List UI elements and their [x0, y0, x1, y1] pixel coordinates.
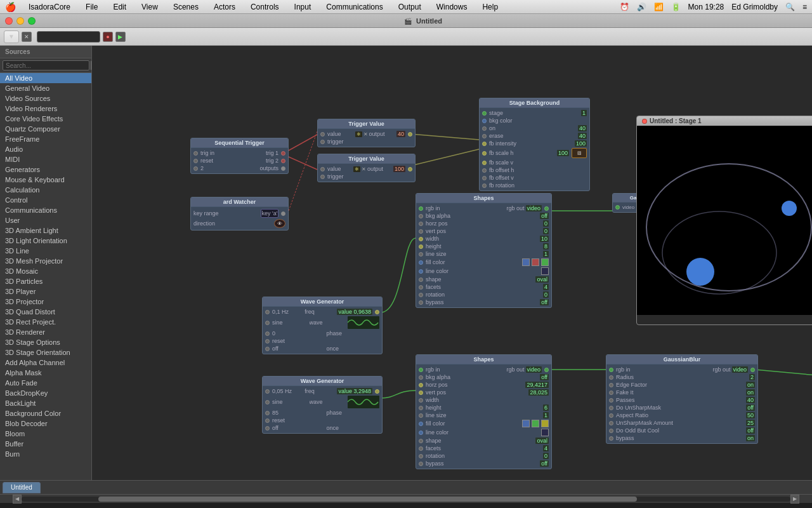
sidebar-item-burn[interactable]: Burn [0, 449, 91, 459]
port-in[interactable] [419, 391, 423, 395]
sidebar-item-3d-renderer[interactable]: 3D Renderer [0, 327, 91, 337]
search-icon[interactable]: 🔍 [785, 3, 795, 11]
port-in[interactable] [419, 277, 423, 282]
sidebar-item-3d-line[interactable]: 3D Line [0, 246, 91, 256]
tab-untitled[interactable]: Untitled [3, 482, 41, 493]
port-in[interactable] [419, 368, 423, 372]
menu-file[interactable]: File [83, 3, 100, 11]
port-in[interactable] [193, 159, 198, 163]
port-in[interactable] [609, 429, 613, 433]
port-in[interactable] [419, 269, 423, 274]
port-in[interactable] [609, 383, 613, 387]
menu-input[interactable]: Input [292, 3, 314, 11]
port-in[interactable] [482, 111, 487, 116]
port-in[interactable] [419, 293, 423, 297]
canvas-area[interactable]: Stage Background stage 1 bkg color on 40 [92, 46, 812, 480]
sidebar-item-3d-stage-options[interactable]: 3D Stage Options [0, 337, 91, 347]
port-in[interactable] [419, 206, 423, 211]
node-kbd-watcher[interactable]: ard Watcher key range key 'a' direction … [190, 197, 289, 231]
menu-communications[interactable]: Communications [324, 3, 385, 11]
node-wave-gen-2[interactable]: Wave Generator 0,05 Hz freq value 3,2948… [262, 376, 383, 434]
node-wave-gen-1[interactable]: Wave Generator 0,1 Hz freq value 0,9638 … [262, 297, 383, 354]
sidebar-item-midi[interactable]: MIDI [0, 154, 91, 164]
port-in[interactable] [265, 331, 270, 336]
port-in[interactable] [482, 176, 487, 180]
port-out[interactable] [544, 206, 549, 211]
port-in[interactable] [482, 142, 487, 146]
port-in[interactable] [265, 347, 270, 351]
port-in[interactable] [320, 132, 325, 137]
port-out[interactable] [281, 151, 285, 156]
port-out[interactable] [281, 166, 285, 171]
menu-scenes[interactable]: Scenes [171, 3, 201, 11]
port-in[interactable] [419, 222, 423, 226]
port-in[interactable] [265, 400, 270, 404]
port-in[interactable] [615, 205, 620, 210]
menu-actors[interactable]: Actors [211, 3, 238, 11]
port-out[interactable] [281, 159, 285, 163]
menu-app[interactable]: IsadoraCore [26, 3, 73, 11]
sidebar-item-3d-quad-distort[interactable]: 3D Quad Distort [0, 307, 91, 317]
port-in[interactable] [265, 310, 270, 314]
port-in[interactable] [609, 436, 613, 441]
port-in[interactable] [482, 119, 487, 123]
port-in[interactable] [609, 375, 613, 380]
port-in[interactable] [419, 446, 423, 451]
sidebar-item-3d-mosaic[interactable]: 3D Mosaic [0, 266, 91, 276]
port-in[interactable] [419, 252, 423, 257]
sidebar-item-3d-rect-project.[interactable]: 3D Rect Project. [0, 317, 91, 327]
sidebar-item-audio[interactable]: Audio [0, 144, 91, 154]
menu-windows[interactable]: Windows [434, 3, 470, 11]
sidebar-item-3d-player[interactable]: 3D Player [0, 286, 91, 297]
port-in[interactable] [609, 406, 613, 410]
stage-close-button[interactable] [642, 119, 647, 124]
sidebar-item-blob-decoder[interactable]: Blob Decoder [0, 418, 91, 429]
menu-controls[interactable]: Controls [248, 3, 282, 11]
port-in[interactable] [265, 418, 270, 423]
port-in[interactable] [419, 439, 423, 443]
volume-icon[interactable]: 🔊 [637, 3, 646, 11]
sidebar-item-calculation[interactable]: Calculation [0, 185, 91, 195]
sidebar-item-all-video[interactable]: All Video [0, 73, 91, 83]
port-in[interactable] [320, 167, 325, 171]
sidebar-item-3d-mesh-projector[interactable]: 3D Mesh Projector [0, 256, 91, 266]
port-in[interactable] [419, 406, 423, 410]
sidebar-item-video-renderers[interactable]: Video Renderers [0, 104, 91, 114]
menu-help[interactable]: Help [480, 3, 501, 11]
record-button[interactable]: ● [103, 32, 113, 42]
port-out[interactable] [544, 368, 549, 372]
apple-menu[interactable]: 🍎 [5, 2, 16, 12]
minimize-button[interactable] [16, 17, 24, 25]
port-in[interactable] [265, 389, 270, 394]
port-in[interactable] [419, 398, 423, 403]
port-in[interactable] [419, 454, 423, 458]
port-in[interactable] [193, 151, 198, 156]
port-in[interactable] [609, 368, 613, 372]
maximize-button[interactable] [28, 17, 36, 25]
sidebar-item-communications[interactable]: Communications [0, 205, 91, 215]
node-shapes-2[interactable]: Shapes rgb in rgb out video bkg alpha of… [416, 354, 552, 469]
port-out[interactable] [750, 368, 755, 372]
port-in[interactable] [482, 134, 487, 138]
port-in[interactable] [482, 126, 487, 131]
port-in[interactable] [419, 462, 423, 466]
port-out[interactable] [408, 167, 412, 171]
sidebar-item-auto-fade[interactable]: Auto Fade [0, 378, 91, 388]
port-in[interactable] [419, 431, 423, 435]
port-in[interactable] [482, 184, 487, 188]
sidebar-item-quartz-composer[interactable]: Quartz Composer [0, 124, 91, 134]
port-in[interactable] [419, 260, 423, 265]
scroll-left-button[interactable]: ◀ [13, 495, 22, 504]
port-in[interactable] [265, 321, 270, 325]
node-stage-background[interactable]: Stage Background stage 1 bkg color on 40 [479, 98, 590, 191]
sidebar-item-generators[interactable]: Generators [0, 164, 91, 175]
sidebar-list[interactable]: All VideoGeneral VideoVideo SourcesVideo… [0, 73, 91, 480]
port-out[interactable] [281, 211, 285, 216]
sidebar-item-3d-ambient-light[interactable]: 3D Ambient Light [0, 225, 91, 236]
dropdown-button[interactable]: ▼ [4, 30, 19, 43]
hscroll-thumb[interactable] [98, 497, 636, 502]
port-in[interactable] [482, 151, 487, 156]
sidebar-item-3d-light-orientation[interactable]: 3D Light Orientation [0, 236, 91, 246]
port-in[interactable] [419, 383, 423, 387]
sidebar-item-freeframe[interactable]: FreeFrame [0, 134, 91, 144]
